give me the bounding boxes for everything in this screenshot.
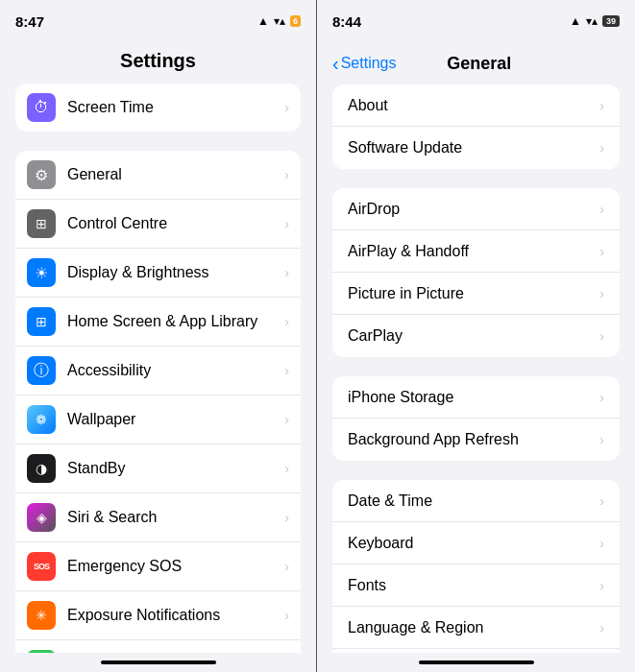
- fonts-item[interactable]: Fonts ›: [332, 564, 620, 607]
- general-item[interactable]: ⚙ General › ←: [15, 151, 301, 200]
- date-time-item[interactable]: Date & Time ›: [332, 480, 620, 522]
- chevron-icon: ›: [284, 100, 289, 115]
- chevron-icon: ›: [284, 608, 289, 623]
- airdrop-item[interactable]: AirDrop ›: [332, 188, 620, 230]
- left-scroll-area[interactable]: ⏱ Screen Time › ⚙ General › ← ⊞: [0, 84, 316, 653]
- signal-icon: ▲: [257, 14, 269, 28]
- right-status-icons: ▲ ▾▴ 39: [570, 14, 620, 28]
- chevron-icon: ›: [599, 536, 604, 551]
- chevron-icon: ›: [599, 432, 604, 447]
- background-app-refresh-item[interactable]: Background App Refresh ›: [332, 419, 620, 461]
- picture-in-picture-item[interactable]: Picture in Picture ›: [332, 273, 620, 315]
- wallpaper-icon: ❁: [27, 405, 56, 434]
- chevron-icon: ›: [284, 461, 289, 476]
- fonts-label: Fonts: [348, 577, 599, 594]
- wallpaper-label: Wallpaper: [67, 411, 284, 428]
- home-screen-icon: ⊞: [27, 307, 56, 336]
- carplay-label: CarPlay: [348, 327, 599, 345]
- left-time: 8:47: [15, 13, 44, 30]
- screen-time-label: Screen Time: [67, 99, 284, 116]
- airplay-label: AirPlay & Handoff: [348, 243, 599, 260]
- chevron-icon: ›: [284, 412, 289, 427]
- settings-group-2: ⚙ General › ← ⊞ Control Centre › ☀ Displ…: [15, 151, 301, 653]
- chevron-icon: ›: [284, 216, 289, 231]
- pip-label: Picture in Picture: [348, 285, 599, 302]
- chevron-icon: ›: [599, 328, 604, 344]
- siri-label: Siri & Search: [67, 509, 284, 526]
- screen-time-item[interactable]: ⏱ Screen Time ›: [15, 84, 301, 132]
- chevron-icon: ›: [599, 620, 604, 636]
- airdrop-label: AirDrop: [348, 201, 599, 218]
- home-screen-item[interactable]: ⊞ Home Screen & App Library ›: [15, 298, 301, 347]
- accessibility-icon: ⓘ: [27, 356, 56, 385]
- back-button[interactable]: ‹ Settings: [332, 53, 396, 75]
- battery-item[interactable]: 🔋 Battery ›: [15, 640, 301, 653]
- chevron-icon: ›: [284, 510, 289, 525]
- standby-label: StandBy: [67, 460, 284, 477]
- right-time: 8:44: [332, 13, 361, 30]
- general-group-3: iPhone Storage › Background App Refresh …: [332, 376, 620, 461]
- home-bar: [101, 660, 216, 664]
- wallpaper-item[interactable]: ❁ Wallpaper ›: [15, 396, 301, 444]
- emergency-sos-item[interactable]: SOS Emergency SOS ›: [15, 542, 301, 591]
- control-centre-icon: ⊞: [27, 209, 56, 238]
- left-home-indicator: [0, 653, 316, 672]
- siri-search-item[interactable]: ◈ Siri & Search ›: [15, 493, 301, 542]
- standby-icon: ◑: [27, 454, 56, 483]
- siri-icon: ◈: [27, 503, 56, 532]
- general-group-4: Date & Time › Keyboard › Fonts › Languag…: [332, 480, 620, 653]
- emergency-label: Emergency SOS: [67, 558, 284, 575]
- general-group-1: About › Software Update › ←: [332, 84, 620, 169]
- chevron-icon: ›: [599, 286, 604, 301]
- exposure-label: Exposure Notifications: [67, 607, 284, 624]
- home-bar: [419, 660, 534, 664]
- settings-group-1: ⏱ Screen Time ›: [15, 84, 301, 132]
- left-status-bar: 8:47 ▲ ▾▴ 6: [0, 0, 316, 42]
- about-item[interactable]: About ›: [332, 84, 620, 127]
- chevron-icon: ›: [599, 202, 604, 217]
- chevron-icon: ›: [599, 493, 604, 509]
- general-group-2: AirDrop › AirPlay & Handoff › Picture in…: [332, 188, 620, 357]
- chevron-icon: ›: [599, 390, 604, 405]
- right-phone: 8:44 ▲ ▾▴ 39 ‹ Settings General About › …: [317, 0, 635, 672]
- chevron-icon: ›: [284, 363, 289, 378]
- general-title: General: [396, 54, 562, 74]
- iphone-storage-item[interactable]: iPhone Storage ›: [332, 376, 620, 419]
- back-label: Settings: [341, 55, 397, 72]
- chevron-icon: ›: [599, 98, 604, 113]
- chevron-icon: ›: [284, 314, 289, 329]
- chevron-icon: ›: [284, 167, 289, 182]
- airplay-handoff-item[interactable]: AirPlay & Handoff ›: [332, 230, 620, 273]
- accessibility-item[interactable]: ⓘ Accessibility ›: [15, 347, 301, 396]
- chevron-icon: ›: [284, 265, 289, 280]
- general-icon: ⚙: [27, 160, 56, 189]
- language-region-label: Language & Region: [348, 619, 599, 636]
- exposure-item[interactable]: ✳ Exposure Notifications ›: [15, 591, 301, 640]
- right-scroll-area[interactable]: About › Software Update › ← AirDrop › Ai…: [317, 84, 635, 653]
- standby-item[interactable]: ◑ StandBy ›: [15, 444, 301, 493]
- background-app-refresh-label: Background App Refresh: [348, 431, 599, 448]
- language-region-item[interactable]: Language & Region ›: [332, 607, 620, 649]
- date-time-label: Date & Time: [348, 492, 599, 510]
- exposure-icon: ✳: [27, 601, 56, 630]
- screen-time-icon: ⏱: [27, 93, 56, 122]
- left-status-icons: ▲ ▾▴ 6: [257, 14, 301, 28]
- software-update-item[interactable]: Software Update › ←: [332, 127, 620, 169]
- carplay-item[interactable]: CarPlay ›: [332, 315, 620, 357]
- wifi-icon: ▾▴: [586, 14, 598, 28]
- display-brightness-item[interactable]: ☀ Display & Brightness ›: [15, 249, 301, 298]
- general-label: General: [67, 166, 284, 183]
- display-icon: ☀: [27, 258, 56, 287]
- chevron-icon: ›: [284, 559, 289, 574]
- wifi-icon: ▾▴: [274, 14, 285, 28]
- keyboard-item[interactable]: Keyboard ›: [332, 522, 620, 564]
- chevron-icon: ›: [599, 140, 604, 156]
- control-centre-label: Control Centre: [67, 215, 284, 232]
- control-centre-item[interactable]: ⊞ Control Centre ›: [15, 200, 301, 249]
- back-chevron-icon: ‹: [332, 53, 339, 75]
- battery-percent: 39: [602, 15, 620, 27]
- left-phone: 8:47 ▲ ▾▴ 6 Settings ⏱ Screen Time › ⚙: [0, 0, 317, 672]
- right-home-indicator: [317, 653, 635, 672]
- emergency-icon: SOS: [27, 552, 56, 581]
- right-status-bar: 8:44 ▲ ▾▴ 39: [317, 0, 635, 42]
